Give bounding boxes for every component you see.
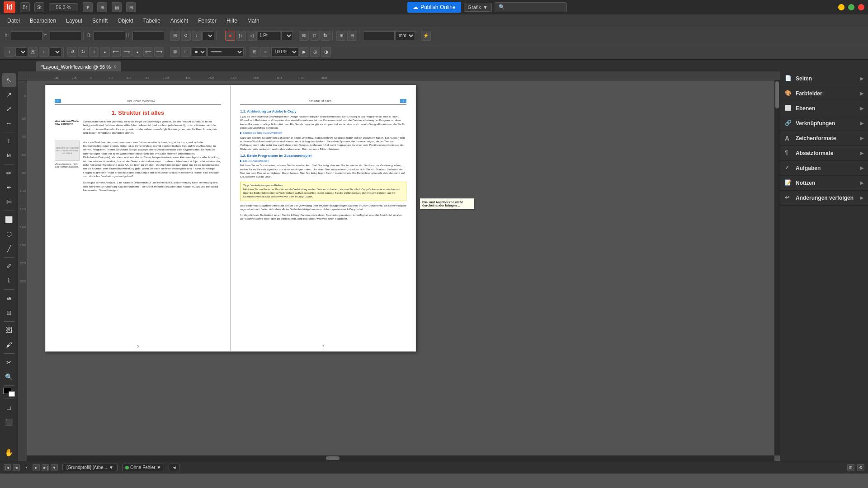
mm-input[interactable]: 4,233 mm [363,31,395,40]
view-btn1[interactable]: ⊠ [170,47,180,57]
color-theme-tool[interactable]: 🖌 [2,338,16,352]
preview-btn[interactable]: ⬛ [2,415,16,429]
transform-btn[interactable]: ⊞ [170,31,180,41]
stroke-select[interactable] [281,31,293,40]
align-left-btn[interactable]: ⊞ [336,31,346,41]
close-button[interactable] [858,4,864,10]
menu-bearbeiten[interactable]: Bearbeiten [25,16,61,26]
panel-header-zeichenformate[interactable]: A Zeichenformate ▶ [780,131,868,145]
line-tool[interactable]: ╱ [2,242,16,255]
menu-ansicht[interactable]: Ansicht [166,16,193,26]
eyedropper-tool[interactable]: ✂ [2,356,16,369]
stroke-width-input[interactable] [258,31,280,40]
layout-view-btn[interactable]: ⊞ [97,2,107,12]
mm-select[interactable]: mm [396,31,415,40]
horizontal-scrollbar[interactable] [27,455,774,461]
rectangle-frame-tool[interactable]: ⬜ [2,213,16,226]
nav-btn2[interactable]: ↻ [78,47,88,57]
stock-button[interactable]: St [34,2,44,12]
settings-btn[interactable]: ⚙ [857,464,864,471]
stroke-style-select[interactable]: ━━━━ [208,47,244,56]
grafik-dropdown[interactable]: Grafik ▼ [464,3,492,12]
rotate-tool[interactable]: ≋ [2,291,16,305]
overlay-btn[interactable]: ◎ [310,47,320,57]
h-input[interactable] [132,31,164,40]
search-input[interactable]: 🔍 [495,2,567,12]
nav-btn7[interactable]: ⬥ [132,47,142,57]
b-input[interactable] [94,31,125,40]
nav-btn8[interactable]: ⟵ [143,47,153,57]
nav-btn5[interactable]: ⟵ [111,47,121,57]
path-select2[interactable] [50,47,61,56]
pencil-tool2[interactable]: ✐ [2,259,16,273]
nav-btn9[interactable]: ⟶ [154,47,164,57]
chain-btn[interactable]: 8 [28,47,38,57]
last-page-btn[interactable]: ►| [42,464,49,471]
stroke-fill-btn[interactable]: ◁ [247,31,257,41]
minimize-button[interactable] [838,4,844,10]
menu-layout[interactable]: Layout [61,16,87,26]
path-btn2[interactable]: ↕ [39,47,49,57]
image-frame-tool[interactable]: 🖼 [2,324,16,337]
first-page-btn[interactable]: |◄ [4,464,11,471]
zoom-out-btn[interactable]: ○ [260,47,270,57]
prev-page-btn[interactable]: ◄ [13,464,20,471]
align-right-btn[interactable]: ⊟ [347,31,357,41]
vertical-scrollbar[interactable] [774,80,780,455]
fit-btn[interactable]: ⊠ [299,31,309,41]
bridge-button[interactable]: Br [20,2,30,12]
zoom-tool[interactable]: 🔍 [2,370,16,384]
scroll-thumb-v[interactable] [775,81,779,108]
pencil-tool[interactable]: ✏ [2,166,16,180]
arrow-indicator[interactable]: ◄ [169,464,179,471]
stroke-btn[interactable]: ■ [225,31,235,41]
panel-header-notizen[interactable]: 📝 Notizen ▶ [780,176,868,190]
scroll-thumb-h[interactable] [326,456,340,460]
fit-btn2[interactable]: □ [310,31,320,41]
y-input[interactable] [50,31,81,40]
zoom-display[interactable]: 56,3 % [49,3,78,11]
zoom-in-btn[interactable]: ▶ [299,47,309,57]
gap-tool[interactable]: ⤢ [2,102,16,116]
type-tool[interactable]: T [2,134,16,148]
panel-header-ebenen[interactable]: ⬜ Ebenen ▶ [780,101,868,116]
panel-header-farbfelder[interactable]: 🎨 Farbfelder ▶ [780,86,868,101]
effects-btn[interactable]: fx [321,31,330,41]
panel-header-aenderungen[interactable]: ↩ Änderungen verfolgen ▶ [780,191,868,205]
polygon-tool[interactable]: ⬡ [2,227,16,241]
menu-tabelle[interactable]: Tabelle [139,16,165,26]
tab-close-button[interactable]: × [113,64,116,69]
background-color[interactable] [9,391,15,397]
nav-btn1[interactable]: ↺ [67,47,77,57]
document-tab[interactable]: *Layout_Workflow.indd @ 56 % × [36,61,121,71]
smooth-tool[interactable]: ⌇ [2,274,16,287]
lightning-btn[interactable]: ⚡ [421,31,431,41]
direct-select-tool[interactable]: ↗ [2,88,16,101]
select-tool[interactable]: ↖ [2,73,16,87]
nav-btn3[interactable]: T [89,47,99,57]
menu-datei[interactable]: Datei [3,16,24,26]
overlay-btn2[interactable]: ◑ [321,47,331,57]
panel-header-absatzformate[interactable]: ¶ Absatzformate ▶ [780,146,868,160]
path-select1[interactable] [15,47,27,56]
page-dropdown-btn[interactable]: ▼ [51,464,58,471]
type-path-tool[interactable]: M [2,149,16,162]
panel-header-verknuepfungen[interactable]: 🔗 Verknüpfungen ▶ [780,116,868,131]
view-mode-btn[interactable]: ⊞ [250,47,259,57]
normal-view-btn[interactable]: □ [2,401,16,414]
fill-select[interactable]: ■ [192,47,207,56]
menu-fenster[interactable]: Fenster [193,16,221,26]
transform-select[interactable] [203,31,214,40]
menu-objekt[interactable]: Objekt [113,16,138,26]
x-input[interactable] [11,31,42,40]
layout-view-btn2[interactable]: ▤ [112,2,122,12]
next-page-btn[interactable]: ► [33,464,40,471]
pen-tool[interactable]: ✒ [2,181,16,194]
view-toggle-btn[interactable]: ⊞ [847,464,854,471]
flip-btn[interactable]: ↕ [192,31,202,41]
nav-btn4[interactable]: ⬥ [100,47,110,57]
panel-header-seiten[interactable]: 📄 Seiten ▶ [780,71,868,86]
menu-math[interactable]: Math [243,16,264,26]
stroke-btn2[interactable]: ▷ [236,31,246,41]
scale-tool[interactable]: ⊞ [2,306,16,319]
